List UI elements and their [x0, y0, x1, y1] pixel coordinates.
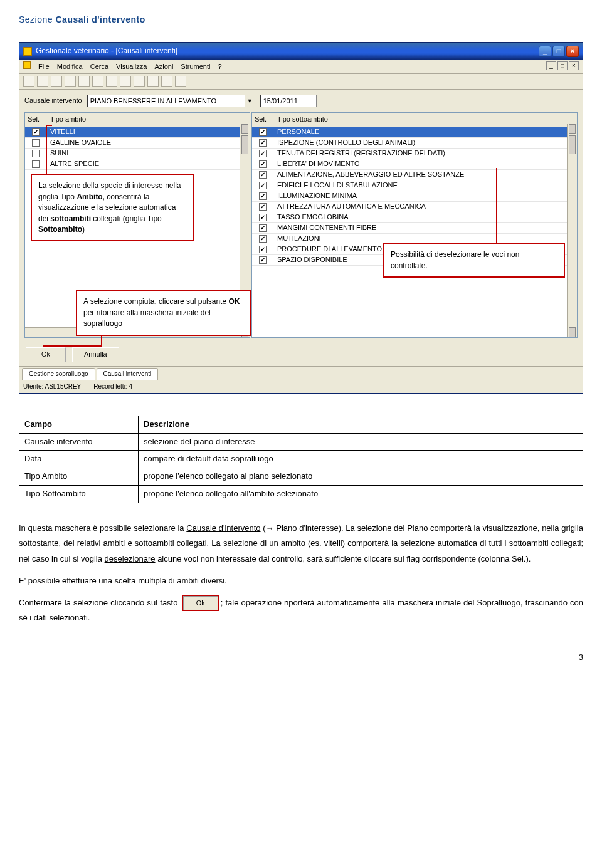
cancel-button[interactable]: Annulla — [72, 347, 119, 362]
table-row[interactable]: ✔ILLUMINAZIONE MINIMA — [252, 191, 577, 202]
row-label: TASSO EMOGLOBINA — [273, 212, 349, 223]
checkbox[interactable]: ✔ — [259, 171, 267, 179]
checkbox[interactable]: ✔ — [259, 256, 267, 264]
ok-button-inline: Ok — [183, 596, 218, 610]
toolbar-button[interactable] — [106, 76, 117, 87]
row-label: GALLINE OVAIOLE — [46, 137, 111, 149]
row-label: VITELLI — [46, 127, 75, 138]
toolbar-button[interactable] — [134, 76, 145, 87]
checkbox[interactable] — [32, 160, 40, 168]
toolbar-button[interactable] — [78, 76, 90, 87]
table-row[interactable]: ✔VITELLI — [25, 127, 250, 138]
toolbar-button[interactable] — [37, 76, 48, 87]
checkbox[interactable]: ✔ — [259, 214, 267, 221]
col-sel[interactable]: Sel. — [25, 113, 46, 127]
row-label: ILLUMINAZIONE MINIMA — [273, 191, 357, 202]
toolbar-button[interactable] — [51, 76, 62, 87]
toolbar-button[interactable] — [161, 76, 172, 87]
table-row[interactable]: ALTRE SPECIE — [25, 159, 250, 170]
menubar: File Modifica Cerca Visualizza Azioni St… — [19, 60, 583, 75]
grid-ambito-header: Sel. Tipo ambito — [25, 113, 250, 127]
table-row: Tipo Sottoambitopropone l'elenco collega… — [19, 485, 583, 503]
causale-input[interactable] — [88, 95, 245, 107]
minimize-button[interactable]: _ — [539, 46, 551, 57]
row-label: LIBERTA' DI MOVIMENTO — [273, 159, 360, 170]
table-row[interactable]: ✔MUTILAZIONI — [252, 234, 577, 244]
tab-strip: Gestione sopralluogo Causali interventi — [19, 366, 583, 380]
table-row[interactable]: ✔PERSONALE — [252, 127, 577, 138]
table-row[interactable]: ✔ATTREZZATURA AUTOMATICA E MECCANICA — [252, 202, 577, 212]
window-title: Gestionale veterinario - [Causali interv… — [36, 45, 177, 57]
callout-middle: A selezione compiuta, cliccare sul pulsa… — [76, 290, 251, 335]
checkbox[interactable]: ✔ — [259, 150, 267, 157]
checkbox[interactable]: ✔ — [259, 203, 267, 211]
col-sel[interactable]: Sel. — [252, 113, 273, 127]
row-label: TENUTA DEI REGISTRI (REGISTRAZIONE DEI D… — [273, 148, 445, 159]
checkbox[interactable]: ✔ — [32, 128, 40, 136]
toolbar-button[interactable] — [147, 76, 159, 87]
toolbar-button[interactable] — [175, 76, 186, 87]
callout-right: Possibilità di deselezionare le voci non… — [383, 243, 565, 278]
toolbar-button[interactable] — [120, 76, 131, 87]
checkbox[interactable]: ✔ — [259, 235, 267, 243]
checkbox[interactable]: ✔ — [259, 160, 267, 168]
table-row[interactable]: ✔TENUTA DEI REGISTRI (REGISTRAZIONE DEI … — [252, 149, 577, 159]
menu-cerca[interactable]: Cerca — [90, 61, 108, 73]
checkbox[interactable]: ✔ — [259, 139, 267, 147]
table-row[interactable]: ✔TASSO EMOGLOBINA — [252, 212, 577, 223]
th-descrizione: Descrizione — [139, 416, 583, 433]
table-row[interactable]: ✔MANGIMI CONTENENTI FIBRE — [252, 223, 577, 234]
col-tipo-ambito[interactable]: Tipo ambito — [46, 113, 250, 127]
menu-modifica[interactable]: Modifica — [57, 61, 83, 73]
mdi-restore[interactable]: □ — [557, 61, 568, 70]
field-description-table: Campo Descrizione Causale interventosele… — [19, 416, 583, 503]
close-button[interactable]: × — [566, 46, 579, 57]
mdi-close[interactable]: × — [569, 61, 579, 70]
body-paragraph: Confermare la selezione cliccando sul ta… — [19, 595, 583, 626]
table-row[interactable]: GALLINE OVAIOLE — [25, 138, 250, 149]
checkbox[interactable]: ✔ — [259, 192, 267, 200]
titlebar: Gestionale veterinario - [Causali interv… — [19, 43, 583, 60]
col-tipo-sottoambito[interactable]: Tipo sottoambito — [273, 113, 577, 127]
toolbar-button[interactable] — [23, 76, 34, 87]
chevron-down-icon[interactable]: ▼ — [245, 95, 255, 107]
row-label: MUTILAZIONI — [273, 233, 321, 244]
ok-button[interactable]: Ok — [26, 347, 66, 362]
menu-visualizza[interactable]: Visualizza — [116, 61, 147, 73]
checkbox[interactable]: ✔ — [259, 246, 267, 253]
table-row[interactable]: ✔EDIFICI E LOCALI DI STABULAZIONE — [252, 180, 577, 191]
row-label: PERSONALE — [273, 127, 319, 138]
causale-label: Causale intervento — [24, 95, 82, 107]
toolbar-button[interactable] — [65, 76, 76, 87]
checkbox[interactable]: ✔ — [259, 128, 267, 136]
checkbox[interactable]: ✔ — [259, 182, 267, 189]
date-input[interactable] — [260, 95, 317, 107]
table-row[interactable]: SUINI — [25, 149, 250, 159]
mdi-minimize[interactable]: _ — [546, 61, 556, 70]
checkbox[interactable] — [32, 139, 40, 147]
section-heading-bold: Causali d'intervento — [55, 14, 145, 24]
row-label: SPAZIO DISPONIBILE — [273, 254, 347, 266]
row-label: ISPEZIONE (CONTROLLO DEGLI ANIMALI) — [273, 137, 415, 149]
table-row[interactable]: ✔ALIMENTAZIONE, ABBEVERAGGIO ED ALTRE SO… — [252, 170, 577, 180]
menu-help[interactable]: ? — [218, 61, 221, 73]
menu-file[interactable]: File — [38, 61, 50, 73]
table-row[interactable]: ✔ISPEZIONE (CONTROLLO DEGLI ANIMALI) — [252, 138, 577, 149]
toolbar-button[interactable] — [92, 76, 103, 87]
checkbox[interactable] — [32, 150, 40, 157]
tab-causali[interactable]: Causali interventi — [97, 368, 159, 380]
table-row: Datacompare di default data sopralluogo — [19, 451, 583, 468]
checkbox[interactable]: ✔ — [259, 224, 267, 232]
cell-key: Tipo Ambito — [19, 468, 139, 486]
maximize-button[interactable]: □ — [552, 46, 565, 57]
menu-azioni[interactable]: Azioni — [154, 61, 173, 73]
scrollbar-vertical[interactable] — [567, 124, 577, 337]
status-records: Record letti: 4 — [93, 382, 132, 392]
row-label: ALTRE SPECIE — [46, 159, 99, 170]
table-row[interactable]: ✔LIBERTA' DI MOVIMENTO — [252, 159, 577, 170]
cell-key: Data — [19, 451, 139, 468]
tab-gestione[interactable]: Gestione sopralluogo — [22, 368, 95, 380]
menu-strumenti[interactable]: Strumenti — [181, 61, 210, 73]
callout-left: La selezione della specie di interesse n… — [31, 174, 194, 241]
causale-combo[interactable]: ▼ — [87, 95, 255, 107]
